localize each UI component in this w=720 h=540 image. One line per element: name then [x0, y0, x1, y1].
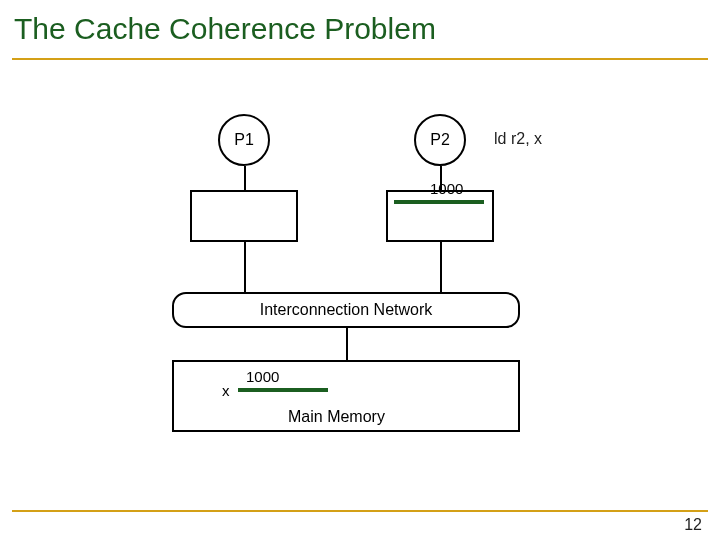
- interconnect-label: Interconnection Network: [260, 301, 433, 319]
- page-number: 12: [684, 516, 702, 534]
- cache-p1: [190, 190, 298, 242]
- connector-p2-net: [440, 242, 442, 292]
- processor-p1: P1: [218, 114, 270, 166]
- cache-p2: [386, 190, 494, 242]
- connector-p1-cache: [244, 166, 246, 190]
- instruction-annotation: ld r2, x: [494, 130, 542, 148]
- connector-net-mem: [346, 328, 348, 360]
- memory-value: 1000: [246, 368, 279, 385]
- memory-var-x: x: [222, 382, 230, 399]
- cache-p2-fill-bar: [394, 200, 484, 204]
- processor-p1-label: P1: [234, 131, 254, 149]
- divider-top: [12, 58, 708, 60]
- diagram-stage: P1 P2 ld r2, x 1000 Interconnection Netw…: [0, 72, 720, 500]
- memory-fill-bar: [238, 388, 328, 392]
- divider-bottom: [12, 510, 708, 512]
- processor-p2-label: P2: [430, 131, 450, 149]
- interconnect-box: Interconnection Network: [172, 292, 520, 328]
- connector-p1-net: [244, 242, 246, 292]
- processor-p2: P2: [414, 114, 466, 166]
- cache-p2-value: 1000: [430, 180, 463, 197]
- page-title: The Cache Coherence Problem: [0, 0, 720, 52]
- main-memory-label: Main Memory: [288, 408, 385, 426]
